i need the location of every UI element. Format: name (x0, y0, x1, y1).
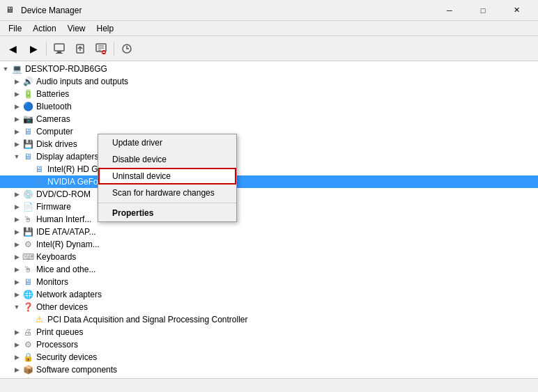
svg-rect-1 (57, 52, 61, 53)
expand-icon: ▶ (11, 264, 22, 275)
svg-rect-2 (56, 53, 63, 54)
item-icon-computer: 🖥 (22, 126, 33, 137)
expand-icon: ▶ (11, 113, 22, 125)
toolbar-update[interactable] (70, 39, 90, 58)
tree-view[interactable]: ▼ 💻 DESKTOP-RDJB6GG ▶ 🔊 Audio inputs and… (0, 61, 538, 378)
maximize-button[interactable]: □ (467, 0, 499, 21)
item-icon-softwarecomponents: 📦 (22, 364, 33, 375)
tree-item-nvidia[interactable]: 🖥 NVIDIA GeForce 940M (0, 175, 538, 188)
expand-spacer (22, 176, 33, 187)
ctx-item-update-driver[interactable]: Update driver (98, 134, 236, 151)
expand-icon: ▶ (11, 101, 22, 112)
menu-bar: File Action View Help (0, 21, 538, 36)
menu-view[interactable]: View (62, 22, 91, 35)
expand-icon: ▶ (11, 214, 22, 225)
tree-item-miceandother[interactable]: ▶ 🖱 Mice and othe... (0, 263, 538, 276)
expand-icon: ▶ (11, 189, 22, 200)
item-icon-miceandother: 🖱 (22, 264, 33, 275)
item-icon-nvidia: 🖥 (33, 176, 45, 187)
status-bar (0, 378, 538, 392)
menu-file[interactable]: File (3, 22, 27, 35)
tree-item-otherdevices[interactable]: ▼ ❓ Other devices (0, 301, 538, 313)
title-bar-text: Device Manager (21, 6, 433, 15)
item-icon-dvd-cdrom: 💿 (22, 189, 33, 200)
item-label-monitors: Monitors (36, 277, 68, 287)
tree-item-monitors[interactable]: ▶ 🖥 Monitors (0, 276, 538, 288)
item-icon-bluetooth: 🔵 (22, 101, 33, 112)
tree-item-networkadapters[interactable]: ▶ 🌐 Network adapters (0, 288, 538, 301)
toolbar-uninstall[interactable] (91, 39, 111, 58)
item-label-networkadapters: Network adapters (36, 290, 102, 299)
item-label-cameras: Cameras (36, 114, 70, 124)
item-icon-cameras: 📷 (22, 113, 33, 125)
tree-item-displayadapters[interactable]: ▼ 🖥 Display adapters (0, 150, 538, 163)
tree-item-cameras[interactable]: ▶ 📷 Cameras (0, 113, 538, 125)
tree-item-audio[interactable]: ▶ 🔊 Audio inputs and outputs (0, 75, 538, 88)
item-icon-securitydevices: 🔒 (22, 352, 33, 363)
item-label-otherdevices: Other devices (36, 302, 88, 312)
expand-icon: ▶ (11, 239, 22, 250)
tree-item-softwaredevices[interactable]: ▶ 📦 Software devices (0, 376, 538, 378)
tree-item-intel-hd[interactable]: 🖥 Intel(R) HD Graphics 520 (0, 163, 538, 175)
toolbar-back[interactable]: ◀ (3, 39, 22, 58)
tree-item-bluetooth[interactable]: ▶ 🔵 Bluetooth (0, 100, 538, 113)
expand-icon: ▶ (11, 201, 22, 212)
expand-icon: ▶ (11, 276, 22, 288)
tree-item-keyboards[interactable]: ▶ ⌨ Keyboards (0, 251, 538, 263)
item-icon-ideata: 💾 (22, 226, 33, 237)
toolbar-properties-small[interactable] (49, 39, 69, 58)
tree-item-softwarecomponents[interactable]: ▶ 📦 Software components (0, 363, 538, 376)
expand-icon: ▶ (11, 364, 22, 375)
item-label-firmware: Firmware (36, 202, 71, 212)
ctx-item-scan-hardware[interactable]: Scan for hardware changes (98, 185, 236, 201)
item-icon-desktop: 💻 (11, 63, 22, 75)
menu-help[interactable]: Help (91, 22, 120, 35)
tree-item-processors[interactable]: ▶ ⚙ Processors (0, 338, 538, 351)
item-icon-processors: ⚙ (22, 339, 33, 350)
item-label-displayadapters: Display adapters (36, 152, 98, 162)
expand-icon: ▶ (11, 251, 22, 262)
menu-action[interactable]: Action (27, 22, 61, 35)
item-icon-printqueues: 🖨 (22, 327, 33, 338)
item-label-computer: Computer (36, 127, 73, 136)
title-bar-controls: ─ □ ✕ (433, 0, 532, 21)
item-label-keyboards: Keyboards (36, 252, 76, 262)
ctx-item-uninstall-device[interactable]: Uninstall device (98, 168, 236, 185)
expand-icon: ▶ (11, 327, 22, 338)
toolbar-sep1 (46, 42, 47, 56)
svg-rect-0 (54, 44, 64, 51)
item-label-softwarecomponents: Software components (36, 365, 117, 375)
tree-item-firmware[interactable]: ▶ 📄 Firmware (0, 201, 538, 213)
tree-item-securitydevices[interactable]: ▶ 🔒 Security devices (0, 351, 538, 363)
item-icon-audio: 🔊 (22, 76, 33, 87)
item-icon-pci-data: ⚠ (33, 314, 45, 325)
item-icon-networkadapters: 🌐 (22, 289, 33, 300)
tree-item-computer[interactable]: ▶ 🖥 Computer (0, 125, 538, 138)
item-label-audio: Audio inputs and outputs (36, 77, 128, 86)
item-label-bluetooth: Bluetooth (36, 102, 72, 111)
tree-item-humaninterface[interactable]: ▶ 🖱 Human Interf... (0, 213, 538, 226)
item-label-diskdrives: Disk drives (36, 139, 77, 149)
tree-item-dvd-cdrom[interactable]: ▶ 💿 DVD/CD-ROM (0, 188, 538, 201)
item-label-desktop: DESKTOP-RDJB6GG (25, 64, 107, 74)
ctx-item-properties[interactable]: Properties (98, 205, 236, 221)
expand-icon: ▶ (11, 76, 22, 87)
item-label-softwaredevices: Software devices (36, 377, 100, 378)
item-icon-displayadapters: 🖥 (22, 151, 33, 162)
minimize-button[interactable]: ─ (433, 0, 466, 21)
close-button[interactable]: ✕ (500, 0, 532, 21)
tree-item-diskdrives[interactable]: ▶ 💾 Disk drives (0, 138, 538, 150)
tree-item-batteries[interactable]: ▶ 🔋 Batteries (0, 88, 538, 100)
expand-icon: ▶ (11, 139, 22, 150)
toolbar-scan[interactable] (117, 39, 137, 58)
tree-item-inteldynamic[interactable]: ▶ ⚙ Intel(R) Dynam... (0, 238, 538, 251)
toolbar-forward[interactable]: ▶ (24, 39, 43, 58)
tree-item-ideata[interactable]: ▶ 💾 IDE ATA/ATAP... (0, 226, 538, 238)
tree-item-printqueues[interactable]: ▶ 🖨 Print queues (0, 326, 538, 338)
tree-item-desktop[interactable]: ▼ 💻 DESKTOP-RDJB6GG (0, 63, 538, 75)
tree-item-pci-data[interactable]: ⚠ PCI Data Acquisition and Signal Proces… (0, 313, 538, 326)
expand-icon: ▶ (11, 126, 22, 137)
item-icon-keyboards: ⌨ (22, 251, 33, 262)
item-icon-intel-hd: 🖥 (33, 164, 45, 175)
ctx-item-disable-device[interactable]: Disable device (98, 151, 236, 168)
